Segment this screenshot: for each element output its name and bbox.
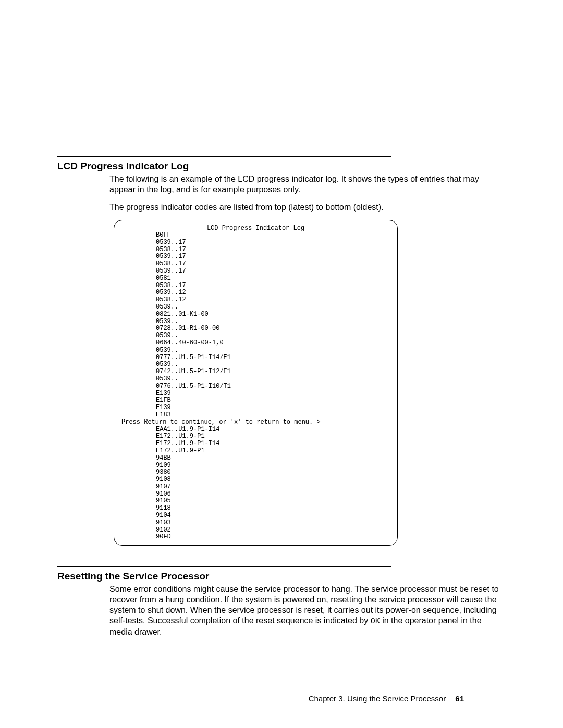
log-line: 0664..40-60-00-1,0: [119, 340, 395, 347]
log-line: E172..U1.9-P1: [119, 448, 395, 455]
log-line: 0539..: [119, 318, 395, 326]
log-line: 0539..: [119, 361, 395, 368]
log-line: E139: [119, 390, 395, 398]
log-line: 0776..U1.5-P1-I10/T1: [119, 383, 395, 390]
log-line: 9102: [119, 527, 395, 534]
log-line: 0539..17: [119, 239, 395, 246]
log-line: 90FD: [119, 534, 395, 541]
log-line: 0777..U1.5-P1-I14/E1: [119, 354, 395, 362]
log-line: 0539..: [119, 347, 395, 354]
page: LCD Progress Indicator Log The following…: [0, 0, 563, 728]
log-line: 0538..17: [119, 246, 395, 254]
section1-title: LCD Progress Indicator Log: [57, 161, 506, 172]
log-line: 9107: [119, 484, 395, 491]
log-line: E1FB: [119, 397, 395, 404]
section-rule-2: [57, 566, 391, 567]
section2-para: Some error conditions might cause the se…: [57, 584, 506, 637]
log-line: 9380: [119, 469, 395, 476]
log-line: 0539..12: [119, 289, 395, 297]
log-line: E172..U1.9-P1-I14: [119, 440, 395, 448]
log-line: 0539..17: [119, 253, 395, 261]
log-line: 94BB: [119, 455, 395, 462]
section2-title: Resetting the Service Processor: [57, 571, 506, 582]
log-line: B0FF: [119, 232, 395, 239]
section-rule-1: [57, 156, 391, 157]
section1-para1: The following is an example of the LCD p…: [57, 174, 506, 195]
log-line: 0538..17: [119, 261, 395, 268]
log-line: 9104: [119, 512, 395, 520]
log-line: 9118: [119, 505, 395, 512]
log-lines: B0FF0539..170538..170539..170538..170539…: [116, 232, 395, 541]
log-line: 9105: [119, 498, 395, 505]
section1-para2: The progress indicator codes are listed …: [57, 202, 506, 213]
log-box-title: LCD Progress Indicator Log: [116, 225, 395, 232]
log-line: EAA1..U1.9-P1-I14: [119, 426, 395, 434]
log-box: LCD Progress Indicator Log B0FF0539..170…: [114, 220, 398, 546]
page-footer: Chapter 3. Using the Service Processor 6…: [309, 694, 464, 703]
log-prompt-line: Press Return to continue, or 'x' to retu…: [119, 419, 395, 426]
footer-chapter: Chapter 3. Using the Service Processor: [309, 694, 446, 703]
log-line: 0538..17: [119, 282, 395, 290]
log-line: 0742..U1.5-P1-I12/E1: [119, 368, 395, 376]
log-line: 9108: [119, 476, 395, 484]
footer-page-number: 61: [455, 694, 464, 703]
log-line: 0539..: [119, 332, 395, 340]
log-line: E183: [119, 412, 395, 419]
log-line: 0821..01-K1-00: [119, 311, 395, 318]
log-line: 0539..: [119, 376, 395, 383]
log-line: 0728..01-R1-00-00: [119, 325, 395, 332]
log-line: 0581: [119, 275, 395, 282]
log-line: 0538..12: [119, 297, 395, 304]
log-line: 9106: [119, 491, 395, 498]
log-line: E172..U1.9-P1: [119, 433, 395, 440]
log-line: 9103: [119, 520, 395, 527]
log-line: E139: [119, 404, 395, 412]
log-line: 0539..17: [119, 268, 395, 275]
log-line: 0539..: [119, 304, 395, 311]
log-line: 9109: [119, 462, 395, 470]
section2-para-code: OK: [371, 617, 380, 626]
